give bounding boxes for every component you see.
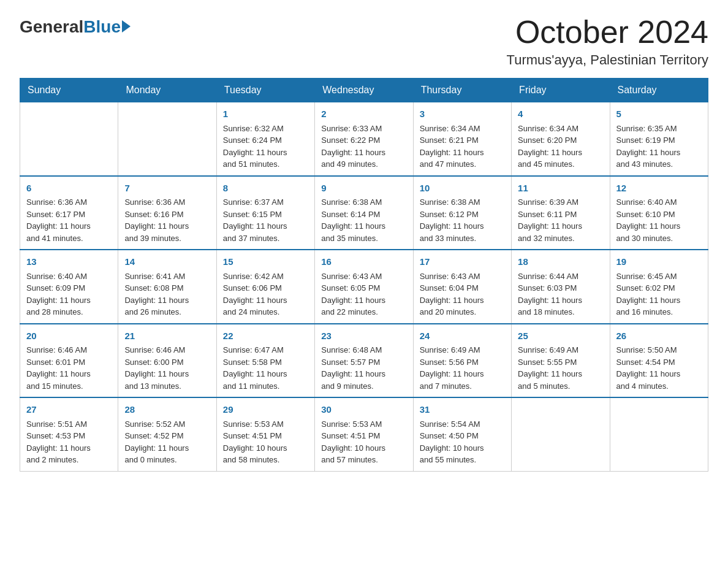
day-info: and 22 minutes. [321,306,406,318]
day-info: and 11 minutes. [223,380,308,393]
day-info: Daylight: 11 hours [420,294,505,307]
day-info: Daylight: 11 hours [518,220,603,232]
day-info: Sunset: 6:16 PM [124,209,210,221]
calendar-cell: 8Sunrise: 6:37 AMSunset: 6:15 PMDaylight… [216,176,314,250]
day-number: 6 [26,182,112,196]
logo-triangle-icon [122,20,131,33]
day-number: 17 [420,255,505,269]
day-info: and 7 minutes. [420,380,505,393]
calendar-header-monday: Monday [118,79,216,102]
day-info: Daylight: 11 hours [124,368,210,380]
day-number: 23 [321,329,406,343]
day-info: Sunrise: 6:32 AM [223,123,308,135]
logo: General Blue [20,15,131,37]
day-info: Daylight: 11 hours [518,294,603,307]
day-info: Sunrise: 6:46 AM [124,344,210,356]
day-info: and 28 minutes. [26,306,112,318]
day-info: Daylight: 11 hours [26,294,112,307]
day-info: Sunset: 6:12 PM [420,209,505,221]
day-number: 29 [223,403,308,417]
day-info: Daylight: 11 hours [616,294,702,307]
day-info: Daylight: 11 hours [420,147,505,159]
day-info: Daylight: 11 hours [223,220,308,232]
calendar-cell [20,102,118,176]
day-number: 9 [321,182,406,196]
day-info: and 58 minutes. [223,454,308,466]
day-info: Sunrise: 6:33 AM [321,123,406,135]
calendar-cell: 5Sunrise: 6:35 AMSunset: 6:19 PMDaylight… [610,102,708,176]
page-header: General Blue October 2024 Turmus'ayya, P… [20,15,708,68]
day-info: Daylight: 11 hours [518,147,603,159]
day-info: Sunrise: 6:37 AM [223,196,308,209]
day-info: Daylight: 10 hours [223,442,308,454]
day-number: 15 [223,255,308,269]
day-info: Sunset: 5:58 PM [223,356,308,369]
day-number: 14 [124,255,210,269]
calendar-header-thursday: Thursday [413,79,511,102]
day-info: and 32 minutes. [518,232,603,245]
day-number: 7 [124,182,210,196]
day-info: Daylight: 11 hours [616,147,702,159]
day-info: Sunrise: 5:50 AM [616,344,702,356]
title-section: October 2024 Turmus'ayya, Palestinian Te… [507,15,708,68]
calendar-cell: 21Sunrise: 6:46 AMSunset: 6:00 PMDayligh… [118,324,216,398]
day-info: Sunset: 4:50 PM [420,430,505,442]
day-info: Sunset: 6:20 PM [518,134,603,147]
day-info: and 2 minutes. [26,454,112,466]
day-info: and 49 minutes. [321,158,406,170]
calendar-table: SundayMondayTuesdayWednesdayThursdayFrid… [20,78,708,472]
calendar-cell: 6Sunrise: 6:36 AMSunset: 6:17 PMDaylight… [20,176,118,250]
day-info: Daylight: 10 hours [321,442,406,454]
day-number: 19 [616,255,702,269]
day-info: and 39 minutes. [124,232,210,245]
calendar-cell [512,397,610,471]
day-info: Daylight: 11 hours [26,368,112,380]
day-info: Sunrise: 6:44 AM [518,270,603,283]
calendar-cell: 12Sunrise: 6:40 AMSunset: 6:10 PMDayligh… [610,176,708,250]
day-info: Daylight: 11 hours [26,442,112,454]
day-info: and 43 minutes. [616,158,702,170]
calendar-cell: 20Sunrise: 6:46 AMSunset: 6:01 PMDayligh… [20,324,118,398]
day-info: Sunrise: 5:53 AM [223,418,308,431]
day-info: Sunset: 6:14 PM [321,209,406,221]
day-info: and 41 minutes. [26,232,112,245]
day-number: 5 [616,107,702,121]
day-info: Sunrise: 6:34 AM [518,123,603,135]
day-number: 16 [321,255,406,269]
day-number: 22 [223,329,308,343]
calendar-cell: 2Sunrise: 6:33 AMSunset: 6:22 PMDaylight… [315,102,413,176]
day-info: Sunrise: 5:53 AM [321,418,406,431]
calendar-header-row: SundayMondayTuesdayWednesdayThursdayFrid… [20,79,708,102]
day-info: Sunrise: 6:43 AM [321,270,406,283]
day-info: Daylight: 11 hours [223,147,308,159]
day-info: Daylight: 11 hours [321,368,406,380]
day-info: Sunrise: 6:39 AM [518,196,603,209]
logo-blue-text: Blue [83,17,121,37]
day-info: Sunrise: 5:52 AM [124,418,210,431]
calendar-cell: 30Sunrise: 5:53 AMSunset: 4:51 PMDayligh… [315,397,413,471]
day-info: Sunset: 4:54 PM [616,356,702,369]
day-number: 13 [26,255,112,269]
day-info: Daylight: 11 hours [420,220,505,232]
day-info: Sunrise: 6:47 AM [223,344,308,356]
day-info: Daylight: 11 hours [124,220,210,232]
day-info: Daylight: 11 hours [321,220,406,232]
calendar-cell: 10Sunrise: 6:38 AMSunset: 6:12 PMDayligh… [413,176,511,250]
day-info: Daylight: 11 hours [518,368,603,380]
day-info: Sunset: 6:21 PM [420,134,505,147]
day-info: Sunset: 6:22 PM [321,134,406,147]
day-info: Sunrise: 6:36 AM [124,196,210,209]
calendar-cell: 25Sunrise: 6:49 AMSunset: 5:55 PMDayligh… [512,324,610,398]
day-number: 21 [124,329,210,343]
day-info: and 45 minutes. [518,158,603,170]
calendar-cell: 28Sunrise: 5:52 AMSunset: 4:52 PMDayligh… [118,397,216,471]
day-info: Sunset: 5:55 PM [518,356,603,369]
day-info: Sunrise: 6:42 AM [223,270,308,283]
calendar-cell: 16Sunrise: 6:43 AMSunset: 6:05 PMDayligh… [315,250,413,324]
calendar-week-row: 1Sunrise: 6:32 AMSunset: 6:24 PMDaylight… [20,102,708,176]
day-number: 27 [26,403,112,417]
day-number: 4 [518,107,603,121]
day-info: Sunset: 6:09 PM [26,282,112,294]
day-info: and 24 minutes. [223,306,308,318]
day-info: and 16 minutes. [616,306,702,318]
